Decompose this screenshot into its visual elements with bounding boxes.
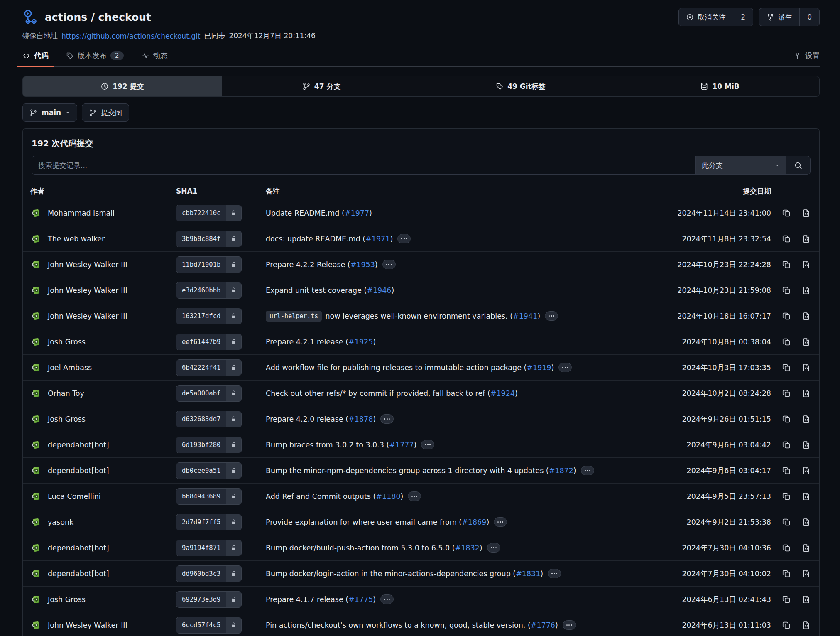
browse-source-button[interactable] [802, 543, 811, 553]
commit-sha-badge[interactable]: de5a000abf [176, 385, 242, 402]
expand-commit-message-button[interactable] [494, 517, 507, 527]
copy-sha-button[interactable] [782, 440, 791, 449]
stat-branches[interactable]: 47 分支 [222, 76, 421, 96]
issue-link[interactable]: #1832 [455, 544, 480, 552]
stat-commits[interactable]: 192 提交 [23, 76, 222, 96]
issue-link[interactable]: #1919 [527, 363, 551, 372]
issue-link[interactable]: #1872 [549, 467, 573, 475]
commit-sha-badge[interactable]: cbb722410c [176, 205, 242, 221]
copy-sha-button[interactable] [782, 543, 791, 553]
copy-sha-button[interactable] [782, 569, 791, 578]
copy-sha-button[interactable] [782, 518, 791, 527]
expand-commit-message-button[interactable] [380, 414, 394, 424]
commit-sha-badge[interactable]: b684943689 [176, 488, 242, 505]
copy-sha-button[interactable] [782, 466, 791, 475]
browse-source-button[interactable] [802, 337, 811, 346]
issue-link[interactable]: #1775 [348, 595, 373, 604]
branch-scope-select[interactable]: 此分支 [695, 156, 786, 175]
expand-commit-message-button[interactable] [397, 234, 411, 243]
expand-commit-message-button[interactable] [558, 363, 572, 372]
tab-releases[interactable]: 版本发布 2 [66, 45, 124, 66]
expand-commit-message-button[interactable] [487, 543, 500, 553]
commit-sha-badge[interactable]: eef61447b9 [176, 334, 242, 350]
stat-size[interactable]: 10 MiB [620, 76, 819, 96]
copy-sha-button[interactable] [782, 337, 791, 346]
commit-sha-badge[interactable]: 6d193bf280 [176, 437, 242, 453]
fork-button[interactable]: 派生 0 [759, 8, 820, 26]
fork-count[interactable]: 0 [799, 8, 819, 26]
browse-source-button[interactable] [802, 595, 811, 604]
issue-link[interactable]: #1924 [490, 389, 515, 398]
unwatch-button[interactable]: 取消关注 2 [678, 8, 753, 26]
expand-commit-message-button[interactable] [382, 260, 396, 269]
commit-sha-badge[interactable]: 11bd71901b [176, 256, 242, 273]
commit-sha-badge[interactable]: 9a9194f871 [176, 540, 242, 556]
browse-source-button[interactable] [802, 363, 811, 372]
copy-sha-button[interactable] [782, 260, 791, 269]
expand-commit-message-button[interactable] [421, 440, 434, 449]
commit-sha-badge[interactable]: db0cee9a51 [176, 462, 242, 479]
commit-sha-badge[interactable]: 2d7d9f7ff5 [176, 514, 242, 530]
commit-sha-badge[interactable]: 6b42224f41 [176, 359, 242, 376]
browse-source-button[interactable] [802, 466, 811, 475]
copy-sha-button[interactable] [782, 286, 791, 295]
issue-link[interactable]: #1971 [365, 235, 390, 243]
tab-activity[interactable]: 动态 [141, 45, 168, 66]
browse-source-button[interactable] [802, 492, 811, 501]
expand-commit-message-button[interactable] [380, 594, 394, 604]
browse-source-button[interactable] [802, 518, 811, 527]
issue-link[interactable]: #1869 [462, 518, 486, 526]
expand-commit-message-button[interactable] [563, 620, 576, 630]
copy-sha-button[interactable] [782, 492, 791, 501]
browse-source-button[interactable] [802, 260, 811, 269]
browse-source-button[interactable] [802, 440, 811, 449]
tab-settings[interactable]: 设置 [793, 45, 820, 66]
issue-link[interactable]: #1953 [350, 260, 375, 269]
issue-link[interactable]: #1941 [513, 312, 537, 320]
browse-source-button[interactable] [802, 569, 811, 578]
browse-source-button[interactable] [802, 621, 811, 630]
copy-sha-button[interactable] [782, 389, 791, 398]
issue-link[interactable]: #1946 [367, 286, 391, 295]
browse-source-button[interactable] [802, 286, 811, 295]
copy-sha-button[interactable] [782, 312, 791, 321]
expand-commit-message-button[interactable] [408, 491, 421, 501]
copy-sha-button[interactable] [782, 209, 791, 218]
copy-sha-button[interactable] [782, 363, 791, 372]
commit-sha-badge[interactable]: 6ccd57f4c5 [176, 617, 242, 634]
expand-commit-message-button[interactable] [545, 311, 558, 321]
copy-sha-button[interactable] [782, 415, 791, 424]
watch-count[interactable]: 2 [733, 8, 753, 26]
mirror-url-link[interactable]: https://github.com/actions/checkout.git [61, 32, 200, 40]
search-input[interactable] [32, 156, 695, 175]
copy-sha-button[interactable] [782, 234, 791, 243]
repo-title[interactable]: actions / checkout [45, 11, 151, 23]
issue-link[interactable]: #1977 [345, 209, 369, 217]
expand-commit-message-button[interactable] [548, 569, 561, 578]
expand-commit-message-button[interactable] [581, 466, 594, 475]
browse-source-button[interactable] [802, 415, 811, 424]
commit-graph-button[interactable]: 提交图 [82, 103, 129, 122]
commit-sha-badge[interactable]: 3b9b8c884f [176, 231, 242, 247]
browse-source-button[interactable] [802, 312, 811, 321]
browse-source-button[interactable] [802, 389, 811, 398]
issue-link[interactable]: #1777 [389, 441, 414, 449]
issue-link[interactable]: #1925 [348, 338, 373, 346]
issue-link[interactable]: #1831 [516, 570, 540, 578]
issue-link[interactable]: #1180 [376, 492, 400, 501]
commit-sha-badge[interactable]: 163217dfcd [176, 308, 242, 324]
commit-sha-badge[interactable]: 692973e3d9 [176, 591, 242, 608]
stat-tags[interactable]: 49 Git标签 [421, 76, 621, 96]
commit-sha-badge[interactable]: e3d2460bbb [176, 282, 242, 299]
issue-link[interactable]: #1776 [531, 621, 555, 629]
copy-sha-button[interactable] [782, 621, 791, 630]
commit-sha-badge[interactable]: dd960bd3c3 [176, 565, 242, 582]
browse-source-button[interactable] [802, 234, 811, 243]
copy-sha-button[interactable] [782, 595, 791, 604]
tab-code[interactable]: 代码 [22, 45, 49, 66]
commit-sha-badge[interactable]: d632683dd7 [176, 411, 242, 427]
browse-source-button[interactable] [802, 209, 811, 218]
branch-selector[interactable]: main [22, 103, 77, 122]
issue-link[interactable]: #1878 [348, 415, 373, 423]
search-button[interactable] [786, 156, 811, 175]
